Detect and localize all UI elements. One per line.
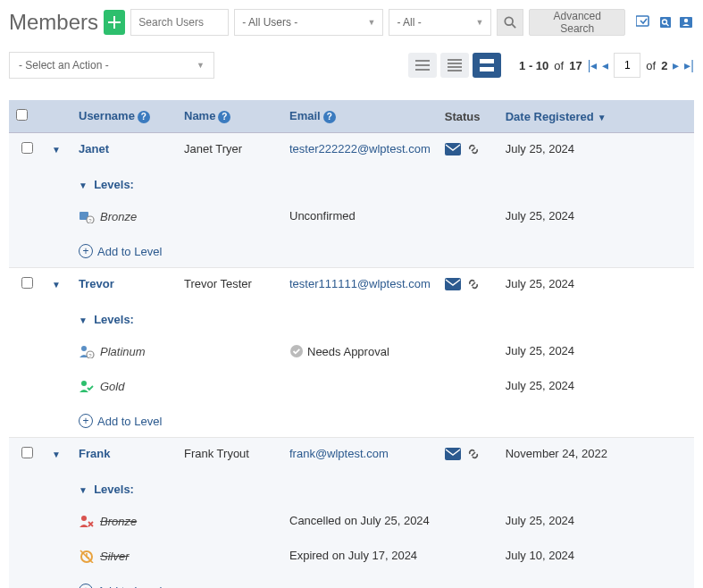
svg-rect-8 — [415, 60, 430, 62]
level-row: ?Bronze Unconfirmed July 25, 2024 — [9, 200, 694, 235]
mail-icon[interactable] — [445, 143, 461, 155]
levels-label: Levels: — [94, 313, 134, 326]
level-name: Silver — [100, 550, 130, 563]
level-date: July 10, 2024 — [498, 540, 694, 575]
mail-icon[interactable] — [445, 278, 461, 290]
expand-toggle[interactable]: ▼ — [52, 145, 61, 155]
page-next-button[interactable]: ▸ — [673, 58, 679, 72]
search-tool-icon[interactable] — [657, 13, 673, 31]
member-name: Frank Tryout — [177, 438, 282, 471]
help-icon[interactable]: ? — [323, 111, 336, 123]
view-detail-button[interactable] — [473, 53, 501, 78]
page-range: 1 - 10 — [519, 59, 548, 72]
member-date: July 25, 2024 — [498, 268, 694, 301]
add-member-button[interactable] — [104, 10, 125, 35]
plus-circle-icon: + — [79, 414, 93, 428]
column-name[interactable]: Name? — [177, 100, 282, 133]
column-email[interactable]: Email? — [282, 100, 438, 133]
help-icon[interactable]: ? — [218, 111, 230, 123]
svg-rect-9 — [415, 64, 430, 66]
advanced-search-button[interactable]: Advanced Search — [529, 9, 625, 36]
of-pages-label: of — [646, 59, 656, 72]
column-date[interactable]: Date Registered▼ — [498, 100, 694, 133]
bulk-action-label: - Select an Action - — [19, 59, 109, 71]
username-link[interactable]: Janet — [79, 142, 109, 155]
column-status[interactable]: Status — [438, 100, 498, 133]
page-prev-button[interactable]: ◂ — [602, 58, 608, 72]
level-row: Bronze Cancelled on July 25, 2024 July 2… — [9, 505, 694, 540]
plus-icon — [108, 16, 121, 29]
pages-count: 2 — [661, 59, 667, 72]
member-row: ▼ Frank Frank Tryout frank@wlptest.com N… — [9, 438, 694, 471]
mail-icon[interactable] — [445, 448, 461, 460]
svg-rect-27 — [445, 448, 461, 460]
search-button[interactable] — [497, 9, 523, 36]
link-icon[interactable] — [466, 142, 481, 156]
svg-point-26 — [81, 381, 87, 386]
levels-header-row: ▼ Levels: — [9, 300, 694, 335]
svg-rect-21 — [445, 278, 461, 290]
members-table: Username? Name? Email? Status Date Regis… — [9, 100, 694, 588]
email-link[interactable]: tester111111@wlptest.com — [289, 277, 431, 290]
row-checkbox[interactable] — [21, 447, 33, 458]
email-link[interactable]: tester222222@wlptest.com — [289, 142, 431, 155]
member-date: July 25, 2024 — [498, 133, 694, 166]
link-icon[interactable] — [466, 447, 481, 461]
add-level-label: Add to Level — [97, 245, 162, 258]
filter-users-label: - All Users - — [242, 16, 297, 29]
view-list-button[interactable] — [408, 53, 437, 78]
select-all-checkbox[interactable] — [16, 109, 28, 121]
filter-users-dropdown[interactable]: - All Users - ▼ — [234, 9, 383, 36]
export-icon[interactable] — [636, 13, 652, 31]
row-checkbox[interactable] — [21, 142, 33, 154]
level-status: Expired on July 17, 2024 — [282, 540, 438, 575]
column-username[interactable]: Username? — [71, 100, 177, 133]
caret-down-icon: ▼ — [476, 18, 484, 27]
plus-circle-icon: + — [79, 584, 93, 588]
list-icon — [415, 60, 430, 71]
add-to-level-button[interactable]: +Add to Level — [79, 584, 687, 588]
caret-down-icon: ▼ — [197, 61, 205, 70]
username-link[interactable]: Trevor — [79, 277, 114, 290]
help-icon[interactable]: ? — [138, 111, 150, 123]
levels-toggle[interactable]: ▼ — [79, 485, 88, 495]
search-input[interactable] — [130, 9, 229, 36]
expand-toggle[interactable]: ▼ — [52, 280, 61, 290]
expand-toggle[interactable]: ▼ — [52, 449, 61, 459]
svg-rect-14 — [448, 70, 462, 71]
level-date: July 25, 2024 — [498, 370, 694, 405]
add-level-row: +Add to Level — [9, 235, 694, 268]
link-icon[interactable] — [466, 277, 481, 291]
username-link[interactable]: Frank — [79, 447, 110, 460]
svg-point-28 — [81, 516, 87, 521]
level-name: Bronze — [100, 515, 137, 528]
level-icon — [79, 549, 95, 566]
bulk-action-dropdown[interactable]: - Select an Action - ▼ — [9, 52, 214, 79]
page-number-input[interactable] — [614, 53, 640, 78]
add-to-level-button[interactable]: +Add to Level — [79, 244, 687, 258]
column-expand — [45, 100, 71, 133]
level-date: July 25, 2024 — [498, 200, 694, 235]
add-level-label: Add to Level — [97, 584, 162, 589]
svg-rect-15 — [480, 59, 494, 63]
add-level-row: +Add to Level — [9, 575, 694, 588]
levels-header-row: ▼ Levels: — [9, 165, 694, 200]
email-link[interactable]: frank@wlptest.com — [289, 447, 389, 460]
row-checkbox[interactable] — [21, 277, 33, 289]
add-level-row: +Add to Level — [9, 405, 694, 438]
levels-toggle[interactable]: ▼ — [79, 181, 88, 190]
level-icon: ? — [79, 209, 95, 226]
svg-rect-12 — [448, 63, 462, 64]
search-icon — [504, 16, 516, 29]
add-to-level-button[interactable]: +Add to Level — [79, 414, 687, 428]
user-tool-icon[interactable] — [679, 13, 694, 31]
filter-all-dropdown[interactable]: - All - ▼ — [389, 9, 491, 36]
compact-icon — [448, 59, 462, 71]
level-status — [282, 370, 438, 405]
page-last-button[interactable]: ▸| — [684, 58, 694, 72]
view-compact-button[interactable] — [440, 53, 469, 78]
level-status: Cancelled on July 25, 2024 — [282, 505, 438, 540]
page-title: Members — [9, 10, 98, 35]
levels-toggle[interactable]: ▼ — [79, 315, 88, 325]
page-first-button[interactable]: |◂ — [588, 58, 598, 72]
